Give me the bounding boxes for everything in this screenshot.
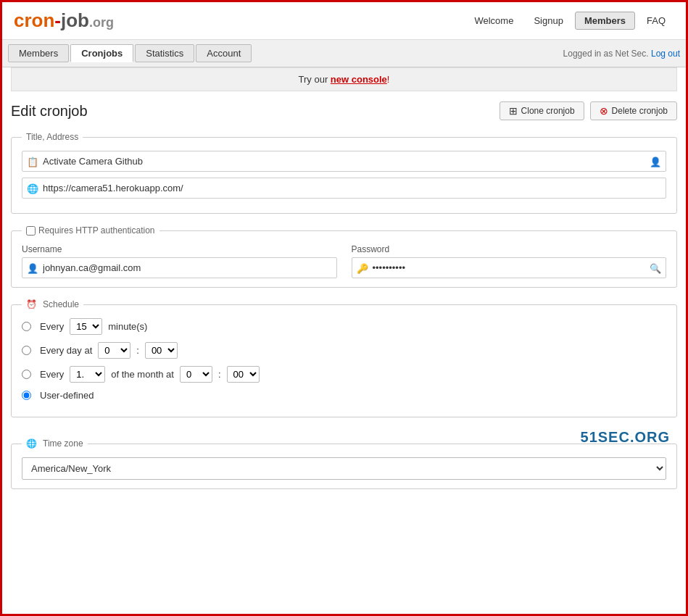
tab-statistics[interactable]: Statistics [135, 44, 194, 62]
tab-cronjobs[interactable]: Cronjobs [70, 44, 133, 62]
username-col: Username 👤 [22, 244, 337, 278]
show-password-icon[interactable]: 🔍 [650, 262, 661, 273]
password-input-wrapper: 🔑 🔍 [352, 257, 667, 278]
schedule-row-minutes: Every 15 1 5 10 20 30 minute(s) [22, 318, 666, 335]
colon-2: : [218, 369, 221, 380]
schedule-fieldset: ⏰ Schedule Every 15 1 5 10 20 30 minute(… [11, 299, 677, 417]
clone-cronjob-button[interactable]: ⊞ Clone cronjob [500, 101, 584, 120]
schedule-row-daily: Every day at 0 1 2 3 6 12 18 23 : 00 15 … [22, 342, 666, 359]
delete-icon: ⊗ [600, 105, 608, 117]
logout-link[interactable]: Log out [651, 49, 680, 59]
logo-org: .org [89, 15, 114, 30]
http-auth-fields: Username 👤 Password 🔑 🔍 [22, 244, 666, 278]
clone-button-label: Clone cronjob [521, 106, 575, 116]
timezone-select[interactable]: America/New_York America/Chicago America… [22, 457, 666, 480]
minutes-label: minute(s) [108, 321, 147, 332]
title-address-fieldset: Title, Address 📋 👤 🌐 [11, 132, 677, 214]
nav-tabs: Members Cronjobs Statistics Account [8, 40, 252, 67]
logo-cron: cron [14, 9, 54, 31]
http-auth-legend: Requires HTTP authentication [22, 225, 159, 236]
http-auth-checkbox[interactable] [26, 226, 36, 236]
nav-welcome[interactable]: Welcome [465, 12, 522, 30]
monthly-day-select[interactable]: 1. 2. 3. 5. 10. 15. [70, 366, 105, 383]
schedule-legend: ⏰ Schedule [22, 299, 83, 309]
nav-faq[interactable]: FAQ [638, 12, 674, 30]
password-label: Password [352, 244, 667, 254]
title-suffix-icon: 👤 [650, 156, 661, 167]
url-input[interactable] [22, 178, 666, 199]
schedule-radio-monthly[interactable] [22, 370, 31, 379]
tab-members[interactable]: Members [8, 44, 69, 62]
promo-console-link[interactable]: new console [331, 74, 387, 85]
promo-banner: Try our new console! [11, 67, 677, 91]
tab-account[interactable]: Account [196, 44, 252, 62]
schedule-radio-user-defined[interactable] [22, 391, 31, 400]
delete-cronjob-button[interactable]: ⊗ Delete cronjob [590, 101, 677, 120]
every-label-2: Every [40, 369, 64, 380]
daily-min-select[interactable]: 00 15 30 45 [145, 342, 178, 359]
password-input[interactable] [352, 257, 667, 278]
url-icon: 🌐 [27, 183, 38, 193]
title-input[interactable] [22, 151, 666, 172]
monthly-hour-select[interactable]: 0 1 6 12 18 [180, 366, 212, 383]
header: cron-job.org Welcome Signup Members FAQ [2, 2, 686, 40]
timezone-fieldset: 🌐 Time zone America/New_York America/Chi… [11, 438, 677, 489]
every-day-label: Every day at [40, 345, 92, 356]
daily-hour-select[interactable]: 0 1 2 3 6 12 18 23 [98, 342, 130, 359]
url-input-wrapper: 🌐 [22, 178, 666, 199]
logo-dash: - [54, 9, 61, 31]
every-label-1: Every [40, 321, 64, 332]
page-header: Edit cronjob ⊞ Clone cronjob ⊗ Delete cr… [11, 101, 677, 120]
user-icon: 👤 [27, 262, 38, 273]
nav-signup[interactable]: Signup [525, 12, 571, 30]
main-content: Try our new console! Edit cronjob ⊞ Clon… [2, 67, 686, 515]
login-info: Logged in as Net Sec. Log out [563, 49, 680, 59]
colon-1: : [136, 345, 139, 356]
monthly-min-select[interactable]: 00 15 30 45 [227, 366, 260, 383]
minutes-select[interactable]: 15 1 5 10 20 30 [70, 318, 102, 335]
logo: cron-job.org [14, 9, 114, 32]
logo-job: job [61, 9, 89, 31]
title-icon: 📋 [27, 156, 38, 167]
title-input-wrapper: 📋 👤 [22, 151, 666, 172]
promo-try-text: Try our [299, 74, 331, 85]
action-buttons: ⊞ Clone cronjob ⊗ Delete cronjob [500, 101, 677, 120]
clone-icon: ⊞ [509, 105, 518, 117]
user-defined-label: User-defined [40, 390, 94, 401]
header-nav: Welcome Signup Members FAQ [465, 12, 674, 30]
schedule-row-user-defined: User-defined [22, 390, 666, 401]
username-input[interactable] [22, 257, 337, 278]
watermark: 51SEC.ORG [11, 429, 677, 446]
of-the-month-label: of the month at [111, 369, 174, 380]
delete-button-label: Delete cronjob [612, 106, 668, 116]
username-label: Username [22, 244, 337, 254]
title-address-legend: Title, Address [22, 132, 83, 142]
schedule-radio-minutes[interactable] [22, 322, 31, 331]
username-input-wrapper: 👤 [22, 257, 337, 278]
page-title: Edit cronjob [11, 103, 88, 120]
schedule-row-monthly: Every 1. 2. 3. 5. 10. 15. of the month a… [22, 366, 666, 383]
nav-tabs-bar: Members Cronjobs Statistics Account Logg… [2, 40, 686, 67]
nav-members[interactable]: Members [575, 12, 635, 30]
login-text: Logged in as Net Sec. [563, 49, 649, 59]
password-icon: 🔑 [357, 262, 368, 273]
promo-exclaim: ! [387, 74, 390, 85]
schedule-radio-daily[interactable] [22, 346, 31, 355]
url-input-row: 🌐 [22, 178, 666, 199]
title-input-row: 📋 👤 [22, 151, 666, 172]
password-col: Password 🔑 🔍 [352, 244, 667, 278]
http-auth-fieldset: Requires HTTP authentication Username 👤 … [11, 225, 677, 288]
schedule-icon: ⏰ [26, 299, 37, 309]
